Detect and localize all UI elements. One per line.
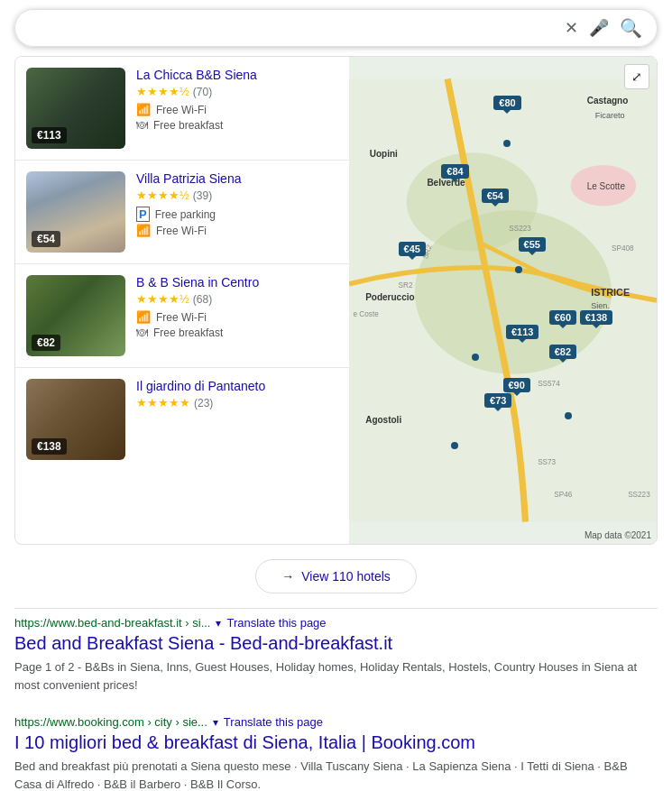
dropdown-icon: ▾ (216, 617, 221, 630)
hotel-image-wrap: €138 (26, 379, 125, 460)
hotel-amenity-wifi: 📶 Free Wi-Fi (136, 310, 338, 324)
svg-text:Le Scotte: Le Scotte (587, 181, 626, 191)
map-dot (451, 442, 458, 449)
expand-icon: ⤢ (631, 69, 642, 84)
hotel-section: €113 La Chicca B&B Siena ★★★★½ (70) 📶 Fr… (14, 56, 658, 545)
section-divider (14, 608, 658, 609)
hotel-list: €113 La Chicca B&B Siena ★★★★½ (70) 📶 Fr… (15, 57, 349, 544)
rating-count: (70) (193, 86, 212, 98)
breakfast-icon: 🍽 (136, 118, 148, 132)
result-url: https://www.bed-and-breakfast.it › si... (14, 616, 210, 630)
hotel-name[interactable]: La Chicca B&B Siena (136, 68, 338, 82)
result-title-2[interactable]: I 10 migliori bed & breakfast di Siena, … (14, 731, 658, 754)
map-pin-60[interactable]: €60 (549, 310, 576, 325)
search-bar: B&B siena ✕ 🎤 🔍 (14, 9, 658, 47)
map-pin-82[interactable]: €82 (549, 345, 576, 359)
map-pin-80[interactable]: €80 (493, 96, 520, 110)
map-pin-45[interactable]: €45 (399, 242, 426, 256)
search-button[interactable]: 🔍 (620, 17, 642, 39)
svg-text:Poderuccio: Poderuccio (365, 292, 414, 302)
map-dot (565, 412, 572, 419)
search-input[interactable]: B&B siena (30, 20, 565, 36)
hotel-card[interactable]: €82 B & B Siena in Centro ★★★★½ (68) 📶 F… (15, 264, 349, 368)
hotel-amenity-breakfast: 🍽 Free breakfast (136, 326, 338, 339)
map-dot (503, 140, 511, 147)
result-description-1: Page 1 of 2 - B&Bs in Siena, Inns, Guest… (14, 658, 658, 694)
hotel-info: B & B Siena in Centro ★★★★½ (68) 📶 Free … (136, 275, 338, 341)
hotel-amenity-wifi: 📶 Free Wi-Fi (136, 224, 338, 237)
svg-text:SP46: SP46 (554, 491, 572, 499)
map-pin-113[interactable]: €113 (506, 325, 539, 339)
clear-button[interactable]: ✕ (565, 18, 578, 38)
hotel-rating: ★★★★★ (23) (136, 396, 338, 409)
svg-text:Uopini: Uopini (370, 149, 398, 159)
view-hotels-button[interactable]: → View 110 hotels (255, 559, 417, 593)
map-pin-55[interactable]: €55 (519, 237, 546, 252)
svg-text:Agostoli: Agostoli (365, 415, 401, 425)
hotel-info: Il giardino di Pantaneto ★★★★★ (23) (136, 379, 338, 414)
hotel-image-wrap: €82 (26, 275, 125, 356)
search-bar-icons: ✕ 🎤 🔍 (565, 17, 642, 39)
hotel-rating: ★★★★½ (70) (136, 85, 338, 98)
wifi-icon: 📶 (136, 224, 151, 237)
hotel-image-wrap: €54 (26, 171, 125, 253)
hotel-name[interactable]: Villa Patrizia Siena (136, 171, 338, 186)
amenity-label: Free breakfast (153, 119, 223, 132)
expand-map-button[interactable]: ⤢ (624, 64, 649, 89)
map-pin-90[interactable]: €90 (503, 378, 530, 392)
amenity-label: Free breakfast (153, 327, 223, 339)
parking-icon: P (136, 207, 150, 222)
view-hotels-label: View 110 hotels (301, 569, 391, 584)
hotel-amenity-wifi: 📶 Free Wi-Fi (136, 103, 338, 116)
hotel-name[interactable]: B & B Siena in Centro (136, 275, 338, 290)
hotel-price-badge: €82 (32, 335, 60, 351)
result-description-2: Bed and breakfast più prenotati a Siena … (14, 758, 658, 791)
map-area[interactable]: SR2 SR2 SS73 SP46 SS223 SS574 SP408 SS22… (349, 57, 657, 544)
svg-text:e Coste: e Coste (354, 310, 380, 318)
hotel-price-badge: €54 (32, 231, 60, 247)
hotel-card[interactable]: €138 Il giardino di Pantaneto ★★★★★ (23) (15, 368, 349, 471)
map-credit: Map data ©2021 (585, 530, 651, 540)
svg-text:SS574: SS574 (538, 380, 560, 388)
map-pin-54[interactable]: €54 (482, 189, 509, 203)
result-url-line: https://www.booking.com › city › sie... … (14, 715, 658, 729)
map-container: SR2 SR2 SS73 SP46 SS223 SS574 SP408 SS22… (349, 57, 657, 544)
translate-link-2[interactable]: Translate this page (224, 715, 323, 729)
hotel-price-badge: €138 (32, 438, 67, 455)
mic-icon: 🎤 (589, 18, 609, 38)
map-pin-73[interactable]: €73 (484, 393, 511, 408)
wifi-icon: 📶 (136, 310, 151, 324)
breakfast-icon: 🍽 (136, 326, 148, 339)
hotel-amenity-breakfast: 🍽 Free breakfast (136, 118, 338, 132)
svg-text:Belverde: Belverde (427, 178, 465, 188)
hotel-card[interactable]: €54 Villa Patrizia Siena ★★★★½ (39) P Fr… (15, 161, 349, 264)
arrow-right-icon: → (281, 569, 294, 584)
svg-text:SS73: SS73 (538, 458, 556, 466)
stars-icon: ★★★★½ (136, 189, 189, 202)
map-pin-84[interactable]: €84 (441, 164, 468, 179)
hotel-price-badge: €113 (32, 127, 67, 143)
map-pin-138[interactable]: €138 (580, 310, 612, 325)
result-title-1[interactable]: Bed and Breakfast Siena - Bed-and-breakf… (14, 631, 658, 655)
amenity-label: Free Wi-Fi (156, 104, 207, 116)
amenity-label: Free parking (155, 208, 216, 221)
result-url: https://www.booking.com › city › sie... (14, 715, 207, 729)
voice-search-button[interactable]: 🎤 (589, 18, 609, 38)
wifi-icon: 📶 (136, 103, 151, 116)
svg-text:Castagno: Castagno (587, 96, 629, 106)
stars-icon: ★★★★½ (136, 85, 189, 98)
amenity-label: Free Wi-Fi (156, 225, 207, 237)
rating-count: (68) (193, 293, 212, 306)
dropdown-icon: ▾ (213, 716, 218, 729)
search-result-1: https://www.bed-and-breakfast.it › si...… (14, 616, 658, 694)
search-icon: 🔍 (620, 17, 642, 39)
view-hotels-section: → View 110 hotels (0, 559, 672, 593)
hotel-name[interactable]: Il giardino di Pantaneto (136, 379, 338, 393)
svg-text:SS223: SS223 (628, 491, 650, 499)
result-url-line: https://www.bed-and-breakfast.it › si...… (14, 616, 658, 630)
hotel-image-wrap: €113 (26, 68, 125, 149)
rating-count: (23) (194, 397, 213, 409)
hotel-card[interactable]: €113 La Chicca B&B Siena ★★★★½ (70) 📶 Fr… (15, 57, 349, 161)
translate-link-1[interactable]: Translate this page (226, 616, 326, 630)
svg-text:SS223: SS223 (509, 225, 531, 233)
